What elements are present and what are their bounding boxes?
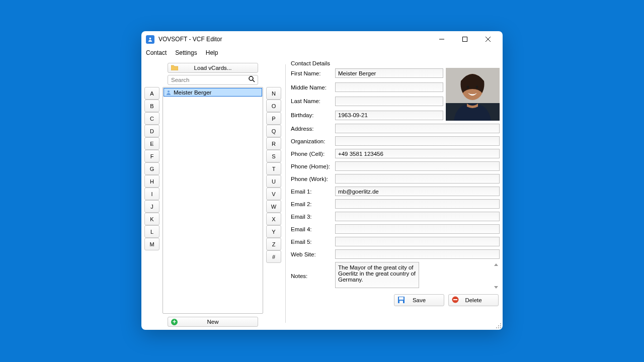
contact-photo[interactable] xyxy=(446,68,500,121)
az-z[interactable]: Z xyxy=(266,238,281,250)
svg-rect-2 xyxy=(463,37,467,42)
minimize-button[interactable] xyxy=(430,32,453,47)
delete-button[interactable]: Delete xyxy=(448,294,499,306)
az-m[interactable]: M xyxy=(144,238,159,250)
app-window: VOVSOFT - VCF Editor Contact Settings He… xyxy=(141,31,503,330)
az-r[interactable]: R xyxy=(266,137,281,150)
input-email5[interactable] xyxy=(335,237,500,246)
az-c[interactable]: C xyxy=(144,112,159,125)
az-u[interactable]: U xyxy=(266,175,281,188)
close-button[interactable] xyxy=(476,32,500,47)
az-g[interactable]: G xyxy=(144,162,159,175)
details-heading: Contact Details xyxy=(291,60,500,66)
person-icon xyxy=(166,89,172,96)
svg-point-7 xyxy=(168,90,170,93)
az-w[interactable]: W xyxy=(266,200,281,213)
new-button[interactable]: + New xyxy=(168,317,258,327)
scroll-up-icon[interactable] xyxy=(494,263,498,266)
input-phone-home[interactable] xyxy=(335,161,500,171)
label-phone-work: Phone (Work): xyxy=(290,176,335,182)
az-y[interactable]: Y xyxy=(266,225,281,238)
az-b[interactable]: B xyxy=(144,100,159,112)
title-bar: VOVSOFT - VCF Editor xyxy=(141,31,503,47)
input-email2[interactable] xyxy=(335,199,500,209)
save-button[interactable]: Save xyxy=(394,294,444,306)
search-bar[interactable] xyxy=(168,75,258,85)
svg-line-6 xyxy=(253,80,255,82)
svg-point-5 xyxy=(249,76,253,80)
label-website: Web Site: xyxy=(290,251,335,257)
label-middle-name: Middle Name: xyxy=(290,84,335,90)
search-input[interactable] xyxy=(168,77,258,83)
az-p[interactable]: P xyxy=(266,112,281,125)
label-email1: Email 1: xyxy=(290,189,335,195)
az-l[interactable]: L xyxy=(144,225,159,238)
az-e[interactable]: E xyxy=(144,137,159,150)
svg-rect-14 xyxy=(399,297,404,300)
svg-point-0 xyxy=(149,37,151,39)
svg-point-11 xyxy=(467,86,469,88)
az-q[interactable]: Q xyxy=(266,125,281,137)
az-h[interactable]: H xyxy=(144,175,159,188)
az-x[interactable]: X xyxy=(266,213,281,225)
load-vcards-button[interactable]: Load vCards... xyxy=(168,63,258,73)
az-o[interactable]: O xyxy=(266,100,281,112)
label-phone-cell: Phone (Cell): xyxy=(290,151,335,157)
label-organization: Organization: xyxy=(290,138,335,144)
input-middle-name[interactable] xyxy=(335,82,443,92)
label-email4: Email 4: xyxy=(290,226,335,232)
label-notes: Notes: xyxy=(290,273,335,279)
vertical-divider xyxy=(285,64,286,323)
list-item[interactable]: Meister Berger xyxy=(164,88,262,97)
load-vcards-label: Load vCards... xyxy=(168,65,258,71)
plus-icon: + xyxy=(171,319,178,325)
az-hash[interactable]: # xyxy=(266,250,281,263)
input-notes[interactable] xyxy=(335,262,419,288)
input-phone-work[interactable] xyxy=(335,174,500,184)
delete-icon xyxy=(452,296,459,304)
input-birthday[interactable] xyxy=(335,111,443,120)
svg-rect-15 xyxy=(399,301,403,303)
list-item-label: Meister Berger xyxy=(174,89,211,96)
menu-bar: Contact Settings Help xyxy=(141,47,503,58)
label-email5: Email 5: xyxy=(290,239,335,245)
label-birthday: Birthday: xyxy=(290,112,335,118)
svg-point-12 xyxy=(476,86,478,88)
az-a[interactable]: A xyxy=(144,87,159,100)
folder-icon xyxy=(171,65,178,71)
window-title: VOVSOFT - VCF Editor xyxy=(158,36,430,43)
az-i[interactable]: I xyxy=(144,188,159,200)
az-s[interactable]: S xyxy=(266,150,281,162)
input-website[interactable] xyxy=(335,249,500,259)
az-d[interactable]: D xyxy=(144,125,159,137)
app-icon xyxy=(146,35,154,44)
input-organization[interactable] xyxy=(335,136,500,146)
input-email4[interactable] xyxy=(335,224,500,234)
resize-grip[interactable] xyxy=(495,322,501,328)
save-icon xyxy=(397,296,405,305)
scroll-down-icon[interactable] xyxy=(494,286,498,289)
menu-help[interactable]: Help xyxy=(206,49,218,56)
az-f[interactable]: F xyxy=(144,150,159,162)
new-button-label: New xyxy=(207,319,218,325)
label-last-name: Last Name: xyxy=(290,98,335,104)
notes-scrollbar[interactable] xyxy=(493,262,500,290)
az-v[interactable]: V xyxy=(266,188,281,200)
menu-contact[interactable]: Contact xyxy=(146,49,167,56)
label-address: Address: xyxy=(290,126,335,132)
az-n[interactable]: N xyxy=(266,87,281,100)
input-email1[interactable] xyxy=(335,187,500,196)
input-email3[interactable] xyxy=(335,212,500,221)
az-j[interactable]: J xyxy=(144,200,159,213)
search-icon xyxy=(249,75,255,84)
contact-list[interactable]: Meister Berger xyxy=(163,87,263,314)
input-address[interactable] xyxy=(335,124,500,133)
maximize-button[interactable] xyxy=(453,32,476,47)
az-t[interactable]: T xyxy=(266,162,281,175)
input-last-name[interactable] xyxy=(335,97,443,106)
input-first-name[interactable] xyxy=(335,68,443,78)
input-phone-cell[interactable] xyxy=(335,149,500,158)
svg-rect-17 xyxy=(453,299,457,300)
menu-settings[interactable]: Settings xyxy=(175,49,197,56)
az-k[interactable]: K xyxy=(144,213,159,225)
